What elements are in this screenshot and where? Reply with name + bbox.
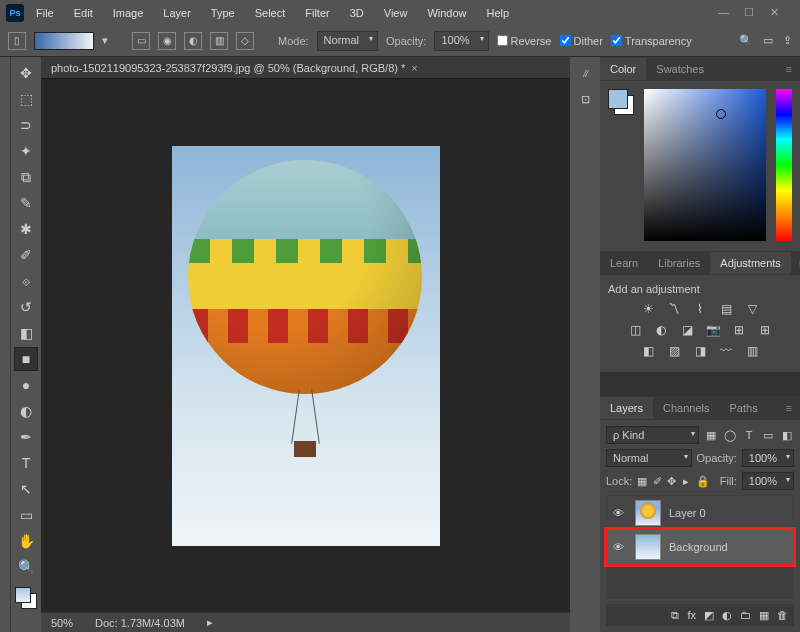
posterize-icon[interactable]: ▨	[665, 343, 683, 359]
lock-all-icon[interactable]: 🔒	[696, 474, 710, 488]
panel-menu-icon[interactable]: ≡	[778, 402, 800, 414]
layer-name[interactable]: Background	[669, 541, 728, 553]
lock-trans-icon[interactable]: ▦	[637, 474, 647, 488]
vibrance-icon[interactable]: ▽	[743, 301, 761, 317]
close-tab-icon[interactable]: ×	[411, 62, 417, 74]
filter-type-dropdown[interactable]: ρ Kind	[606, 426, 699, 444]
canvas[interactable]	[41, 79, 570, 612]
blur-tool[interactable]: ●	[14, 373, 38, 397]
filter-image-icon[interactable]: ▦	[704, 428, 718, 442]
tab-adjustments[interactable]: Adjustments	[710, 252, 791, 274]
shape-tool[interactable]: ▭	[14, 503, 38, 527]
visibility-icon[interactable]: 👁	[613, 541, 627, 553]
lasso-tool[interactable]: ⊃	[14, 113, 38, 137]
threshold-icon[interactable]: ◨	[691, 343, 709, 359]
search-icon[interactable]: 🔍	[739, 34, 753, 47]
path-select-tool[interactable]: ↖	[14, 477, 38, 501]
linear-gradient-button[interactable]: ▭	[132, 32, 150, 50]
color-swatches[interactable]	[608, 89, 634, 115]
tab-swatches[interactable]: Swatches	[646, 58, 714, 80]
screenmode-icon[interactable]: ▭	[763, 34, 773, 47]
blend-mode-dropdown[interactable]: Normal	[317, 31, 378, 51]
menu-filter[interactable]: Filter	[297, 4, 337, 22]
panel-menu-icon[interactable]: ≡	[791, 257, 800, 269]
brush-tool[interactable]: ✐	[14, 243, 38, 267]
marquee-tool[interactable]: ⬚	[14, 87, 38, 111]
angle-gradient-button[interactable]: ◐	[184, 32, 202, 50]
minimize-icon[interactable]: —	[718, 6, 732, 20]
zoom-level[interactable]: 50%	[51, 617, 73, 629]
eraser-tool[interactable]: ◧	[14, 321, 38, 345]
mask-icon[interactable]: ◩	[704, 609, 714, 622]
gradient-dropdown-icon[interactable]: ▾	[102, 34, 108, 47]
layer-thumbnail[interactable]	[635, 534, 661, 560]
share-icon[interactable]: ⇪	[783, 34, 792, 47]
lock-move-icon[interactable]: ✥	[667, 474, 676, 488]
menu-image[interactable]: Image	[105, 4, 152, 22]
hue-icon[interactable]: ◫	[626, 322, 644, 338]
lock-brush-icon[interactable]: ✐	[652, 474, 661, 488]
type-tool[interactable]: T	[14, 451, 38, 475]
menu-3d[interactable]: 3D	[342, 4, 372, 22]
hand-tool[interactable]: ✋	[14, 529, 38, 553]
panel-menu-icon[interactable]: ≡	[778, 63, 800, 75]
menu-type[interactable]: Type	[203, 4, 243, 22]
adjustment-layer-icon[interactable]: ◐	[722, 609, 732, 622]
layer-thumbnail[interactable]	[635, 500, 661, 526]
filter-adjust-icon[interactable]: ◯	[723, 428, 737, 442]
menu-select[interactable]: Select	[247, 4, 294, 22]
dodge-tool[interactable]: ◐	[14, 399, 38, 423]
gradient-swatch[interactable]	[34, 32, 94, 50]
transparency-checkbox[interactable]: Transparency	[611, 35, 692, 47]
tab-layers[interactable]: Layers	[600, 397, 653, 419]
menu-window[interactable]: Window	[419, 4, 474, 22]
diamond-gradient-button[interactable]: ◇	[236, 32, 254, 50]
tab-libraries[interactable]: Libraries	[648, 252, 710, 274]
menu-edit[interactable]: Edit	[66, 4, 101, 22]
tool-preset-button[interactable]: ▯	[8, 32, 26, 50]
delete-layer-icon[interactable]: 🗑	[777, 609, 788, 621]
layer-name[interactable]: Layer 0	[669, 507, 706, 519]
reverse-checkbox[interactable]: Reverse	[497, 35, 552, 47]
zoom-tool[interactable]: 🔍	[14, 555, 38, 579]
opacity-field[interactable]: 100%	[434, 31, 488, 51]
menu-help[interactable]: Help	[479, 4, 518, 22]
properties-panel-icon[interactable]: ⊡	[581, 93, 590, 106]
crop-tool[interactable]: ⧉	[14, 165, 38, 189]
blend-mode-dropdown[interactable]: Normal	[606, 449, 692, 467]
tab-learn[interactable]: Learn	[600, 252, 648, 274]
exposure-icon[interactable]: ▤	[717, 301, 735, 317]
color-field[interactable]	[644, 89, 766, 241]
brightness-icon[interactable]: ☀	[639, 301, 657, 317]
channelmix-icon[interactable]: 📷	[704, 322, 722, 338]
tab-channels[interactable]: Channels	[653, 397, 719, 419]
radial-gradient-button[interactable]: ◉	[158, 32, 176, 50]
layer-row[interactable]: 👁 Background	[607, 530, 793, 564]
bw-icon[interactable]: ◐	[652, 322, 670, 338]
history-panel-icon[interactable]: ⫽	[580, 67, 591, 79]
close-icon[interactable]: ✕	[770, 6, 784, 20]
dither-checkbox[interactable]: Dither	[560, 35, 603, 47]
tab-color[interactable]: Color	[600, 58, 646, 80]
levels-icon[interactable]: 〽	[665, 301, 683, 317]
pen-tool[interactable]: ✒	[14, 425, 38, 449]
gradientmap-icon[interactable]: 〰	[717, 343, 735, 359]
eyedropper-tool[interactable]: ✎	[14, 191, 38, 215]
curves-icon[interactable]: ⌇	[691, 301, 709, 317]
move-tool[interactable]: ✥	[14, 61, 38, 85]
filter-shape-icon[interactable]: ▭	[761, 428, 775, 442]
invert-icon[interactable]: ◧	[639, 343, 657, 359]
lock-nest-icon[interactable]: ▸	[681, 474, 690, 488]
stamp-tool[interactable]: ⟐	[14, 269, 38, 293]
wand-tool[interactable]: ✦	[14, 139, 38, 163]
status-arrow-icon[interactable]: ▸	[207, 616, 213, 629]
gradient-tool[interactable]: ■	[14, 347, 38, 371]
group-icon[interactable]: 🗀	[740, 609, 751, 621]
document-tab[interactable]: photo-1502119095323-253837f293f9.jpg @ 5…	[51, 62, 405, 74]
link-layers-icon[interactable]: ⧉	[671, 609, 679, 622]
fill-field[interactable]: 100%	[742, 472, 794, 490]
filter-type-icon[interactable]: T	[742, 428, 756, 442]
lut-icon[interactable]: ▥	[743, 343, 761, 359]
tab-paths[interactable]: Paths	[720, 397, 768, 419]
menu-layer[interactable]: Layer	[155, 4, 199, 22]
